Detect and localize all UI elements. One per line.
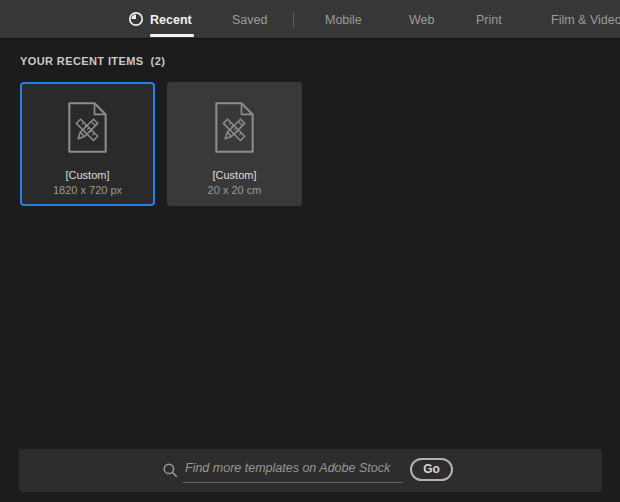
section-item-count: (2) — [151, 55, 166, 67]
tab-saved[interactable]: Saved — [232, 0, 267, 39]
tab-film-video[interactable]: Film & Video — [551, 0, 620, 39]
tab-recent-label: Recent — [150, 13, 192, 27]
recent-item-card-custom-20x20cm[interactable]: [Custom] 20 x 20 cm — [167, 82, 302, 206]
document-ruler-pencil-icon — [214, 101, 255, 154]
go-button[interactable]: Go — [410, 458, 453, 481]
tab-mobile[interactable]: Mobile — [325, 0, 362, 39]
tab-web-label: Web — [409, 13, 434, 27]
tab-group-divider — [293, 12, 294, 28]
tab-print-label: Print — [476, 13, 502, 27]
recent-items-section-header: YOUR RECENT ITEMS(2) — [20, 55, 165, 67]
item-name: [Custom] — [65, 169, 109, 181]
section-title: YOUR RECENT ITEMS — [20, 55, 144, 67]
item-dimensions: 1820 x 720 px — [53, 184, 122, 196]
tab-saved-label: Saved — [232, 13, 267, 27]
clock-icon — [128, 11, 144, 27]
stock-template-search-input[interactable] — [183, 458, 403, 483]
magnifier-icon — [163, 463, 178, 478]
tab-film-video-label: Film & Video — [551, 13, 620, 27]
item-name: [Custom] — [212, 169, 256, 181]
document-ruler-pencil-icon — [67, 101, 108, 154]
active-tab-underline — [150, 34, 194, 37]
tab-recent[interactable]: Recent — [128, 0, 192, 39]
item-dimensions: 20 x 20 cm — [208, 184, 262, 196]
category-tab-bar: Recent Saved Mobile Web Print Film & Vid… — [0, 0, 620, 39]
tab-web[interactable]: Web — [409, 0, 434, 39]
tab-mobile-label: Mobile — [325, 13, 362, 27]
tab-print[interactable]: Print — [476, 0, 502, 39]
recent-item-card-custom-1820x720[interactable]: [Custom] 1820 x 720 px — [20, 82, 155, 206]
new-document-dialog: Recent Saved Mobile Web Print Film & Vid… — [0, 0, 620, 502]
